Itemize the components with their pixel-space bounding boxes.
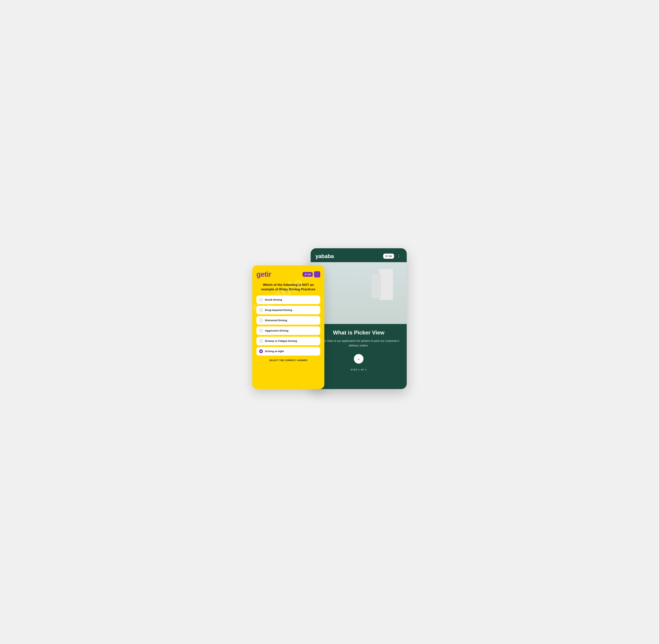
right-card-content: What is Picker View Picker View is our a… bbox=[311, 324, 407, 389]
scene: getir 3 / 14 ⋮ Which of the following is… bbox=[252, 248, 407, 396]
option-radio-2 bbox=[259, 308, 263, 312]
option-radio-5 bbox=[259, 339, 263, 343]
option-drunk-driving[interactable]: Drunk Driving bbox=[256, 296, 320, 304]
left-header-controls: 3 / 14 ⋮ bbox=[303, 271, 320, 277]
question-text: Which of the following is NOT an example… bbox=[256, 283, 320, 292]
left-card-header: getir 3 / 14 ⋮ bbox=[256, 270, 320, 278]
slide-title: What is Picker View bbox=[333, 329, 384, 336]
right-more-button[interactable]: ⋮ bbox=[396, 253, 402, 259]
option-radio-3 bbox=[259, 319, 263, 322]
option-radio-4 bbox=[259, 329, 263, 332]
chevron-down-icon: ⌄ bbox=[357, 356, 360, 361]
option-label-4: Aggressive Driving bbox=[265, 329, 288, 332]
hero-building-2 bbox=[372, 274, 381, 298]
right-header-controls: 5 / 14 ⋮ bbox=[383, 253, 402, 259]
hero-building-1 bbox=[379, 269, 393, 300]
right-card: yababa 5 / 14 ⋮ bbox=[311, 248, 407, 389]
chevron-button[interactable]: ⌄ bbox=[354, 354, 363, 364]
option-night-driving[interactable]: Driving at night bbox=[256, 347, 320, 355]
option-label-2: Drug-Imparied Driving bbox=[265, 308, 292, 312]
right-step-badge: 5 / 14 bbox=[383, 254, 394, 259]
select-hint: SELECT THE CORRECT ANSWER bbox=[256, 359, 320, 362]
step-indicator: STEP 1 OF 3 bbox=[351, 368, 367, 371]
option-label-5: Drowsy or Fatigue Driving bbox=[265, 340, 297, 342]
left-more-button[interactable]: ⋮ bbox=[314, 271, 320, 277]
option-drowsy-driving[interactable]: Drowsy or Fatigue Driving bbox=[256, 337, 320, 345]
option-radio-1 bbox=[259, 298, 263, 302]
options-list: Drunk Driving Drug-Imparied Driving Dist… bbox=[256, 296, 320, 355]
option-radio-6 bbox=[259, 349, 263, 353]
yababa-logo: yababa bbox=[315, 253, 334, 259]
option-label-6: Driving at night bbox=[265, 350, 284, 353]
getir-logo: getir bbox=[256, 270, 271, 278]
right-card-header: yababa 5 / 14 ⋮ bbox=[311, 248, 407, 262]
option-aggressive-driving[interactable]: Aggressive Driving bbox=[256, 326, 320, 335]
option-label-3: Distracted Driving bbox=[265, 319, 287, 322]
option-label-1: Drunk Driving bbox=[265, 298, 282, 301]
hero-image bbox=[311, 262, 407, 324]
option-distracted-driving[interactable]: Distracted Driving bbox=[256, 316, 320, 325]
left-card: getir 3 / 14 ⋮ Which of the following is… bbox=[252, 266, 324, 389]
slide-description: Picker View is our application for picke… bbox=[317, 339, 401, 348]
option-drug-imparied[interactable]: Drug-Imparied Driving bbox=[256, 306, 320, 314]
left-step-badge: 3 / 14 bbox=[303, 272, 313, 277]
